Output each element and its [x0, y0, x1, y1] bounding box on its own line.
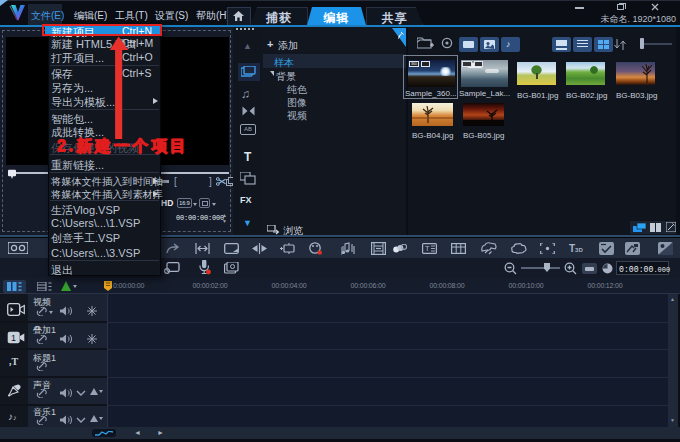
- svg-text:1: 1: [11, 333, 16, 343]
- svg-text:T: T: [425, 244, 430, 253]
